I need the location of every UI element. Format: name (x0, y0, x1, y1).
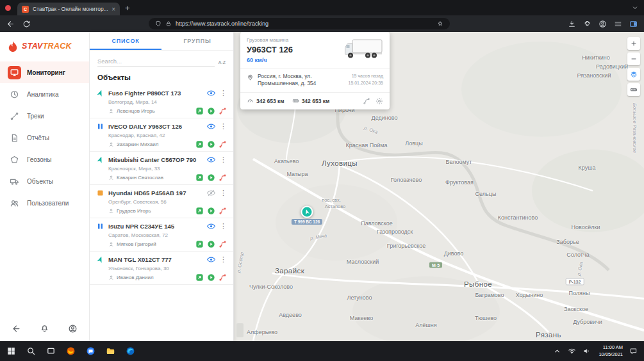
firefox-app-icon[interactable] (66, 346, 76, 356)
vehicle-type-label: Грузовая машина (247, 37, 342, 43)
map[interactable]: НикиткиноРадовицкийРязановскийСергиевски… (234, 32, 644, 341)
play-icon[interactable] (207, 273, 215, 282)
url-bar[interactable]: https://www.stavtrack.online/tracking (149, 18, 450, 29)
play-icon[interactable] (207, 207, 215, 215)
plus-icon (630, 40, 638, 47)
account-icon[interactable] (68, 324, 78, 333)
kebab-menu-icon[interactable]: ⋮ (220, 156, 227, 163)
popup-settings-icon[interactable] (376, 97, 383, 105)
window-close-button[interactable] (5, 5, 11, 11)
refresh-icon[interactable] (22, 20, 31, 28)
lock-icon (165, 20, 172, 27)
taskbar-clock[interactable]: 11:00 AM 10/05/2021 (599, 344, 623, 357)
connection-icon[interactable] (195, 140, 204, 148)
route-icon[interactable] (219, 140, 227, 148)
tab-groups[interactable]: ГРУППЫ (161, 32, 233, 50)
route-icon[interactable] (219, 240, 227, 248)
sidebar-item-users[interactable]: Пользователи (0, 192, 89, 214)
measure-button[interactable] (627, 83, 640, 96)
url-text[interactable]: https://www.stavtrack.online/tracking (176, 20, 433, 27)
play-icon[interactable] (207, 107, 215, 115)
vehicle-list: Fuso Fighter Р890СТ 173 ⋮ Волгоград, Мир… (90, 85, 233, 285)
new-tab-button[interactable]: + (125, 3, 130, 13)
shield-icon[interactable] (155, 20, 161, 27)
play-icon[interactable] (207, 173, 215, 182)
volume-icon[interactable] (582, 347, 591, 355)
extensions-icon[interactable] (583, 20, 591, 28)
play-icon[interactable] (207, 240, 215, 248)
vehicle-list-item[interactable]: IVECO DAILY У963СТ 126 ⋮ Краснодар, Крас… (90, 118, 233, 152)
visibility-eye-icon[interactable] (206, 255, 216, 264)
notification-center-icon[interactable] (629, 347, 638, 355)
collapse-sidebar-icon[interactable] (12, 324, 21, 333)
search-input[interactable] (97, 56, 215, 67)
connection-icon[interactable] (195, 107, 204, 115)
route-icon[interactable] (219, 107, 227, 115)
tray-expand-icon[interactable] (553, 347, 561, 355)
map-place-label: пос. свх. (322, 197, 341, 203)
sidebar-item-reports[interactable]: Отчёты (0, 127, 89, 148)
road-badge: Р-132 (566, 278, 584, 285)
sidebar-item-geozones[interactable]: Геозоны (0, 148, 89, 170)
visibility-eye-icon[interactable] (206, 221, 216, 231)
route-icon[interactable] (219, 173, 227, 182)
connection-icon[interactable] (195, 173, 204, 182)
file-explorer-icon[interactable] (106, 346, 115, 356)
zoom-in-button[interactable] (627, 37, 640, 50)
tab-list[interactable]: СПИСОК (90, 32, 161, 50)
driver-icon (108, 275, 114, 280)
zoom-out-button[interactable] (627, 52, 640, 65)
browser-tab[interactable]: С СтавТрак - Онлайн монитор... × (17, 3, 120, 15)
vehicle-list-item[interactable]: MAN TGL Х012СТ 777 ⋮ Ульяновск, Гончаров… (90, 252, 233, 285)
network-icon[interactable] (568, 347, 576, 355)
play-icon[interactable] (207, 140, 215, 148)
visibility-eye-icon[interactable] (206, 188, 216, 198)
tab-list-chevron-icon[interactable] (631, 4, 639, 12)
start-button[interactable] (6, 346, 16, 356)
layers-button[interactable] (627, 68, 640, 81)
task-view-button[interactable] (46, 346, 56, 356)
map-place-label: Никиткино (582, 54, 610, 61)
chat-app-icon[interactable] (86, 346, 95, 356)
bookmark-star-icon[interactable] (437, 20, 443, 27)
notifications-bell-icon[interactable] (40, 324, 49, 333)
route-icon[interactable] (219, 273, 227, 282)
vehicle-name: IVECO DAILY У963СТ 126 (108, 123, 202, 130)
visibility-eye-icon[interactable] (206, 122, 216, 131)
vehicle-list-item[interactable]: Isuzu NPR С234УЕ 145 ⋮ Саратов, Московск… (90, 218, 233, 252)
vehicle-list-item[interactable]: Mitsubishi Canter С567ОР 790 ⋮ Красноярс… (90, 152, 233, 185)
sort-az-button[interactable]: A-Z (219, 60, 226, 67)
map-attribution[interactable] (236, 323, 244, 337)
visibility-eye-icon[interactable] (206, 88, 216, 98)
browser-profile-icon[interactable] (599, 20, 607, 28)
sidebar-item-monitoring[interactable]: Мониторинг (0, 61, 89, 83)
back-icon[interactable] (6, 20, 15, 28)
tab-close-icon[interactable]: × (111, 6, 115, 13)
kebab-menu-icon[interactable]: ⋮ (220, 123, 227, 130)
vehicle-list-item[interactable]: Hyundai HD65 Р456АВ 197 ⋮ Оренбург, Сове… (90, 185, 233, 218)
side-panel-icon[interactable] (629, 20, 638, 28)
truck-image (342, 37, 383, 60)
vehicle-marker[interactable] (301, 206, 313, 218)
vehicle-list-item[interactable]: Fuso Fighter Р890СТ 173 ⋮ Волгоград, Мир… (90, 85, 233, 118)
connection-icon[interactable] (195, 240, 204, 248)
connection-icon[interactable] (195, 273, 204, 282)
map-place-label: Солотча (566, 252, 589, 258)
kebab-menu-icon[interactable]: ⋮ (220, 90, 227, 97)
sidebar-item-tracks[interactable]: Треки (0, 105, 89, 127)
map-place-label: Белоомут (446, 159, 472, 165)
sidebar-item-objects[interactable]: Объекты (0, 170, 89, 192)
kebab-menu-icon[interactable]: ⋮ (220, 223, 227, 230)
connection-icon[interactable] (195, 207, 204, 215)
kebab-menu-icon[interactable]: ⋮ (220, 189, 227, 197)
show-track-icon[interactable] (363, 97, 370, 105)
kebab-menu-icon[interactable]: ⋮ (220, 256, 227, 263)
downloads-icon[interactable] (568, 20, 576, 28)
visibility-eye-icon[interactable] (206, 155, 216, 164)
route-icon[interactable] (219, 207, 227, 215)
edge-app-icon[interactable] (126, 346, 135, 356)
browser-menu-icon[interactable] (614, 20, 622, 28)
taskbar-search-button[interactable] (26, 346, 36, 356)
direction-arrow-icon (302, 207, 311, 216)
sidebar-item-analytics[interactable]: Аналитика (0, 83, 89, 105)
